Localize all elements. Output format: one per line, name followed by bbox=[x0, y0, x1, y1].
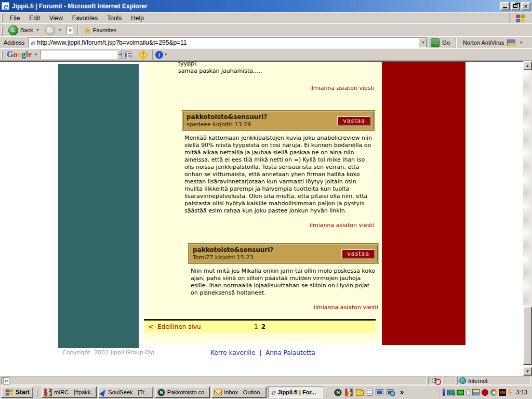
status-message-pane: e bbox=[1, 377, 427, 384]
start-label: Start bbox=[16, 389, 30, 396]
reply-button[interactable]: vastaa bbox=[341, 249, 375, 259]
toolbar-grip[interactable] bbox=[1, 26, 3, 35]
outlook-envelope-icon bbox=[214, 390, 222, 395]
stop-button[interactable]: × bbox=[66, 26, 73, 34]
scrollbar-thumb[interactable] bbox=[523, 307, 532, 365]
report-post-link[interactable]: ilmianna asiaton viesti bbox=[182, 222, 374, 229]
norton-icon bbox=[507, 39, 515, 46]
privacy-report-pane[interactable] bbox=[428, 377, 443, 384]
minimize-button[interactable] bbox=[500, 2, 510, 10]
menu-favorites[interactable]: Favorites bbox=[68, 13, 102, 23]
quick-launch-bar bbox=[334, 389, 394, 396]
my-computer-icon[interactable] bbox=[376, 389, 383, 395]
norton-antivirus-button[interactable]: Norton AntiVirus ▼ bbox=[459, 39, 527, 46]
taskbar-item-pakkotoisto[interactable]: Pakkotoisto.co... bbox=[155, 387, 210, 398]
close-button[interactable]: × bbox=[521, 2, 530, 10]
tray-cd-player-icon[interactable] bbox=[490, 389, 497, 396]
google-highlight-icon[interactable]: ! bbox=[139, 51, 147, 59]
menubar-grip[interactable] bbox=[1, 14, 3, 22]
notepad-shortcut-icon[interactable] bbox=[367, 389, 373, 396]
taskbar-item-mirc[interactable]: mIRC - [#pakk... bbox=[42, 387, 97, 398]
forum-post: pakkotoisto&sensuuri? spedeee kirjoitti … bbox=[182, 110, 375, 229]
address-bar: Address e http://www.jippii.fi/forum/t.j… bbox=[0, 36, 532, 48]
go-button[interactable]: → Go bbox=[427, 38, 454, 47]
back-dropdown-icon[interactable]: ▼ bbox=[36, 29, 39, 32]
forward-dropdown-icon[interactable]: ▼ bbox=[58, 29, 61, 32]
norton-dropdown-icon[interactable]: ▼ bbox=[520, 41, 523, 44]
address-field[interactable]: e http://www.jippii.fi/forum/t.jsp?b=voi… bbox=[28, 37, 427, 48]
google-news-icon[interactable] bbox=[123, 51, 132, 59]
taskbar-item-outlook-inbox[interactable]: Inbox - Outloo... bbox=[211, 387, 267, 398]
menu-help[interactable]: Help bbox=[126, 13, 149, 23]
taskbar-item-jippii-active[interactable]: e Jippii.fi | For... bbox=[268, 387, 323, 398]
google-info-icon[interactable]: i bbox=[155, 51, 163, 59]
tray-display-icon[interactable] bbox=[457, 390, 464, 395]
tray-pin-icon[interactable] bbox=[443, 389, 445, 396]
ie-logo-icon: e bbox=[2, 2, 9, 10]
scroll-up-button[interactable]: ▲ bbox=[523, 61, 532, 70]
google-logo[interactable]: G o o g l e bbox=[7, 50, 32, 59]
start-button[interactable]: Start bbox=[1, 387, 33, 398]
windows-flag-icon bbox=[6, 389, 13, 395]
copyright-text: Copyright: 2002 Jippii Group Oyj bbox=[62, 349, 155, 356]
folder-shortcut-icon[interactable] bbox=[356, 390, 364, 396]
tray-display-settings-icon[interactable] bbox=[472, 389, 480, 395]
url-text[interactable]: http://www.jippii.fi/forum/t.jsp?b=voima… bbox=[37, 39, 418, 46]
footer-separator: | bbox=[259, 349, 261, 356]
taskbar-grip[interactable] bbox=[36, 388, 37, 397]
address-dropdown-button[interactable]: ▼ bbox=[418, 38, 427, 47]
mirc-icon bbox=[44, 389, 52, 396]
restore-button[interactable] bbox=[511, 2, 520, 10]
google-dropdown-icon[interactable]: ▼ bbox=[34, 53, 37, 56]
network-computer-icon[interactable] bbox=[387, 389, 394, 395]
right-sidebar-panel bbox=[382, 62, 466, 345]
menu-view[interactable]: View bbox=[45, 13, 68, 23]
report-post-link[interactable]: ilmianna asiaton viesti bbox=[188, 304, 378, 311]
title-bar: e Jippii.fi | Forumit - Microsoft Intern… bbox=[0, 0, 532, 12]
toolbar-overflow-chevron[interactable]: » bbox=[400, 389, 404, 396]
tray-rb-icon[interactable] bbox=[499, 389, 506, 396]
vertical-scrollbar[interactable]: ▲ ▼ bbox=[523, 61, 532, 376]
google-search-dropdown[interactable]: ▼ bbox=[117, 50, 122, 59]
forward-icon: → bbox=[45, 25, 55, 35]
give-feedback-link[interactable]: Anna Palautetta bbox=[265, 349, 315, 356]
menu-tools[interactable]: Tools bbox=[102, 13, 126, 23]
back-icon: ← bbox=[8, 25, 18, 35]
reply-button[interactable]: vastaa bbox=[337, 116, 371, 126]
quicklaunch-grip[interactable] bbox=[326, 388, 327, 397]
taskbar-item-soulseek[interactable]: SoulSeek - [Tr... bbox=[98, 387, 153, 398]
googlebar-grip[interactable] bbox=[1, 50, 3, 59]
status-bar: e Internet bbox=[0, 376, 532, 385]
back-label: Back bbox=[20, 27, 33, 33]
taskbar: Start mIRC - [#pakk... SoulSeek - [Tr...… bbox=[0, 385, 532, 399]
windows-logo-icon bbox=[509, 13, 531, 23]
page-icon: e bbox=[30, 39, 35, 46]
taskbar-clock[interactable]: 3:13 bbox=[516, 389, 527, 395]
report-post-link[interactable]: ilmianna asiaton viesti bbox=[144, 85, 375, 91]
tell-a-friend-link[interactable]: Kerro kaverille bbox=[210, 349, 255, 356]
norton-label: Norton AntiVirus bbox=[463, 39, 504, 46]
post-header: pakkotoisto&sensuuri? spedeee kirjoitti … bbox=[182, 110, 375, 131]
window-title: Jippii.fi | Forumit - Microsoft Internet… bbox=[12, 3, 500, 10]
pakkotoisto-shortcut-icon[interactable] bbox=[334, 389, 342, 396]
googlebar-separator bbox=[152, 49, 153, 60]
addressbar-separator bbox=[456, 37, 457, 48]
page-1-link[interactable]: 1 bbox=[254, 323, 258, 330]
forward-button[interactable]: → ▼ bbox=[42, 25, 64, 36]
google-search-box[interactable]: ▼ bbox=[41, 50, 119, 59]
pakkotoisto-icon bbox=[157, 389, 165, 396]
mirc-shortcut-icon[interactable] bbox=[345, 389, 353, 396]
favorites-button[interactable]: ★ Favorites bbox=[81, 26, 119, 35]
menu-file[interactable]: File bbox=[5, 13, 24, 23]
google-info-dropdown-icon[interactable]: ▼ bbox=[164, 53, 167, 56]
tray-network-offline-icon[interactable] bbox=[447, 390, 455, 395]
tray-mouse-icon[interactable] bbox=[466, 389, 470, 396]
menu-edit[interactable]: Edit bbox=[24, 13, 45, 23]
pagination-bar: <- Edellinen sivu 12 bbox=[144, 319, 376, 332]
google-search-input[interactable] bbox=[41, 51, 117, 58]
scroll-down-button[interactable]: ▼ bbox=[523, 367, 532, 376]
back-button[interactable]: ← Back ▼ bbox=[5, 25, 42, 36]
tray-lightning-icon[interactable]: ϟ bbox=[508, 389, 512, 396]
favorites-star-icon: ★ bbox=[84, 26, 90, 34]
tray-ati-icon[interactable] bbox=[482, 389, 488, 396]
